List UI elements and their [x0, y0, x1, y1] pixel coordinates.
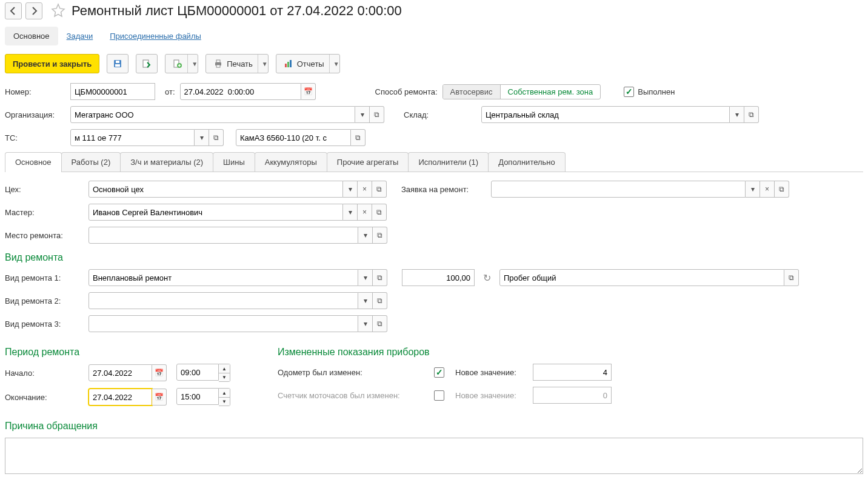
dropdown-icon[interactable]: ▾: [358, 227, 373, 244]
tab-extra[interactable]: Дополнительно: [488, 152, 566, 172]
open-icon[interactable]: ⧉: [370, 106, 384, 123]
request-input[interactable]: [491, 181, 746, 198]
open-icon[interactable]: ⧉: [372, 181, 387, 198]
star-icon[interactable]: [46, 3, 68, 19]
save-button[interactable]: [107, 54, 129, 73]
clear-icon[interactable]: ×: [760, 181, 775, 198]
ts-model-input[interactable]: [236, 129, 351, 146]
top-nav-attached[interactable]: Присоединенные файлы: [101, 27, 210, 45]
moto-checkbox[interactable]: [434, 390, 444, 401]
request-label: Заявка на ремонт:: [401, 185, 486, 194]
chevron-down-icon: ▼: [187, 55, 198, 73]
tab-works[interactable]: Работы (2): [61, 152, 121, 172]
odo-label: Одометр был изменен:: [278, 368, 429, 377]
clear-icon[interactable]: ×: [358, 181, 372, 198]
master-input[interactable]: [88, 204, 343, 221]
from-label: от:: [165, 87, 175, 96]
open-icon[interactable]: ⧉: [784, 269, 799, 286]
open-icon[interactable]: ⧉: [209, 129, 224, 146]
moto-label: Счетчик моточасов был изменен:: [278, 391, 429, 400]
open-icon[interactable]: ⧉: [373, 292, 387, 309]
toolbar: Провести и закрыть ▼ Печать ▼ Отчеты ▼: [5, 54, 863, 73]
dropdown-icon[interactable]: ▾: [746, 181, 760, 198]
open-icon[interactable]: ⧉: [744, 106, 759, 123]
post-button[interactable]: [136, 54, 158, 73]
tab-main[interactable]: Основное: [5, 152, 62, 172]
svg-rect-11: [290, 60, 292, 67]
print-button[interactable]: Печать ▼: [205, 54, 269, 73]
moto-new-input: [533, 387, 612, 404]
date-input[interactable]: [180, 83, 301, 100]
amount-input[interactable]: [402, 269, 475, 286]
doc-plus-icon: [173, 59, 182, 68]
reason-textarea[interactable]: [5, 438, 863, 474]
place-input[interactable]: [88, 227, 358, 244]
calendar-icon[interactable]: 📅: [301, 83, 316, 100]
time-spinner[interactable]: ▲▼: [219, 364, 230, 382]
start-date-input[interactable]: [88, 364, 152, 381]
mileage-input[interactable]: [499, 269, 784, 286]
top-nav-tasks[interactable]: Задачи: [58, 27, 102, 45]
repair-kind-title: Вид ремонта: [5, 252, 863, 263]
tab-performers[interactable]: Исполнители (1): [408, 152, 489, 172]
print-label: Печать: [227, 59, 253, 68]
post-and-close-button[interactable]: Провести и закрыть: [5, 54, 99, 73]
k1-input[interactable]: [88, 269, 358, 286]
calendar-icon[interactable]: 📅: [152, 364, 167, 381]
svg-rect-7: [216, 60, 220, 62]
dropdown-icon[interactable]: ▾: [730, 106, 744, 123]
tab-other[interactable]: Прочие агрегаты: [327, 152, 409, 172]
workshop-input[interactable]: [88, 181, 343, 198]
seg-own-zone[interactable]: Собственная рем. зона: [500, 85, 601, 99]
tab-parts[interactable]: З/ч и материалы (2): [120, 152, 213, 172]
dropdown-icon[interactable]: ▾: [195, 129, 209, 146]
warehouse-input[interactable]: [481, 106, 730, 123]
number-input[interactable]: [70, 83, 155, 100]
calendar-icon[interactable]: 📅: [152, 389, 167, 406]
tab-accum[interactable]: Аккумуляторы: [255, 152, 327, 172]
chevron-down-icon: ▼: [329, 55, 339, 73]
dropdown-icon[interactable]: ▾: [358, 292, 373, 309]
start-label: Начало:: [5, 369, 84, 378]
master-label: Мастер:: [5, 208, 84, 217]
org-input[interactable]: [70, 106, 355, 123]
clear-icon[interactable]: ×: [358, 204, 372, 221]
dropdown-icon[interactable]: ▾: [343, 181, 358, 198]
open-icon[interactable]: ⧉: [373, 269, 387, 286]
time-spinner[interactable]: ▲▼: [219, 388, 230, 406]
dropdown-icon[interactable]: ▾: [343, 204, 358, 221]
top-nav-main[interactable]: Основное: [5, 27, 58, 45]
open-icon[interactable]: ⧉: [372, 204, 387, 221]
odo-checkbox[interactable]: [434, 367, 444, 378]
method-label: Способ ремонта:: [375, 87, 438, 96]
seg-autoservice[interactable]: Автосервис: [443, 85, 500, 99]
dropdown-icon[interactable]: ▾: [358, 315, 373, 332]
end-date-input[interactable]: [88, 389, 152, 406]
dropdown-icon[interactable]: ▾: [358, 269, 373, 286]
odo-new-input[interactable]: [533, 364, 612, 381]
k3-input[interactable]: [88, 315, 358, 332]
nav-back-button[interactable]: [5, 2, 22, 19]
top-nav: Основное Задачи Присоединенные файлы: [5, 27, 863, 45]
done-label: Выполнен: [638, 87, 675, 96]
start-time-input[interactable]: [176, 364, 219, 381]
tab-tires[interactable]: Шины: [213, 152, 255, 172]
moto-new-label: Новое значение:: [455, 391, 528, 400]
create-based-button[interactable]: ▼: [165, 54, 198, 73]
number-label: Номер:: [5, 87, 65, 96]
refresh-icon[interactable]: ↻: [483, 272, 491, 284]
nav-forward-button[interactable]: [25, 2, 42, 19]
warehouse-label: Склад:: [404, 110, 476, 119]
ts-input[interactable]: [70, 129, 195, 146]
open-icon[interactable]: ⧉: [351, 129, 366, 146]
open-icon[interactable]: ⧉: [775, 181, 789, 198]
open-icon[interactable]: ⧉: [373, 315, 387, 332]
k2-input[interactable]: [88, 292, 358, 309]
end-time-input[interactable]: [176, 388, 219, 405]
document-tabs: Основное Работы (2) З/ч и материалы (2) …: [5, 152, 863, 172]
open-icon[interactable]: ⧉: [373, 227, 387, 244]
dropdown-icon[interactable]: ▾: [355, 106, 370, 123]
done-checkbox[interactable]: [624, 87, 634, 97]
changed-title: Измененные показания приборов: [278, 347, 612, 358]
reports-button[interactable]: Отчеты ▼: [276, 54, 340, 73]
